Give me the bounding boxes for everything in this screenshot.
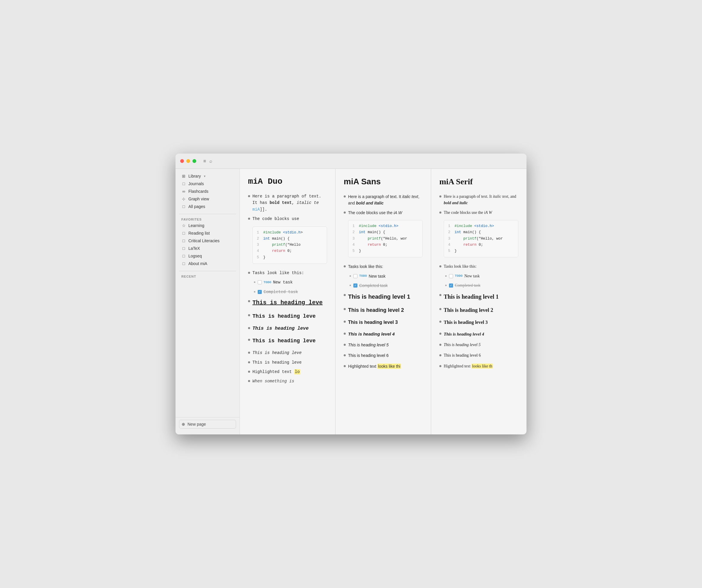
library-label: Library — [189, 174, 201, 179]
task-checked: Completed task — [353, 282, 423, 289]
code-line-2: 2 int main() { — [352, 229, 418, 235]
code-text: } — [455, 248, 457, 254]
line-num: 2 — [257, 236, 260, 242]
heading4-content: This is heading leve — [252, 337, 327, 347]
list-item: The code blocks use the iA W — [439, 210, 518, 216]
bullet-dot — [344, 294, 346, 296]
new-page-button[interactable]: ⊕ New page — [179, 420, 236, 429]
list-item: Here is a paragraph of text. It has bold… — [248, 193, 327, 213]
column-sans-title: miA Sans — [344, 177, 423, 186]
list-item-task1: TODO New task — [248, 279, 327, 285]
bullet-dot — [344, 333, 346, 335]
todo-badge: TODO — [455, 273, 462, 279]
column-duo-title: miA Duo — [248, 177, 327, 186]
checkbox-unchecked[interactable] — [449, 274, 453, 278]
list-item: Here is a paragraph of text. It italic t… — [344, 193, 423, 207]
sidebar-about-label: About miA — [189, 261, 207, 266]
sidebar-item-all-pages[interactable]: □ All pages — [179, 203, 236, 210]
maximize-button[interactable] — [193, 159, 196, 163]
task-unchecked: TODO New task — [353, 273, 423, 279]
list-item-highlight: Highlighted text lo — [248, 369, 327, 375]
sidebar-item-journals[interactable]: □ Journals — [179, 180, 236, 188]
para1-content: Here is a paragraph of text. It has bold… — [252, 193, 327, 213]
heading5-content: This is heading level 5 — [348, 342, 423, 349]
bullet-dot — [439, 365, 441, 367]
sidebar-journals-label: Journals — [189, 182, 204, 186]
code-blocks-text: The code blocks use — [252, 216, 327, 222]
list-item-code: 1 #include <stdio.h> 2 int main() { 3 pr… — [439, 219, 518, 260]
list-item-heading2: This is heading leve — [248, 312, 327, 322]
line-num: 4 — [352, 242, 356, 248]
highlighted-text: looks like th — [471, 364, 493, 369]
reading-list-icon: □ — [181, 231, 186, 235]
keyword-return: return — [272, 249, 285, 253]
sidebar-item-latex[interactable]: □ LaTeX — [179, 245, 236, 252]
checkbox-checked[interactable] — [449, 283, 453, 287]
list-item-highlight: Highlighted text looks like thi — [344, 363, 423, 369]
sidebar-item-library[interactable]: ⊞ Library ▾ — [179, 172, 236, 180]
sidebar-item-about-mia[interactable]: □ About miA — [179, 260, 236, 267]
bullet-dot — [248, 339, 250, 341]
bold-text: bold text — [270, 200, 292, 205]
list-item-code: 1 #include <stdio.h> 2 int main() { 3 pr… — [248, 225, 327, 267]
italic-text: italic text — [493, 194, 508, 199]
sidebar-item-flashcards[interactable]: ∞ Flashcards — [179, 188, 236, 195]
checkbox-unchecked[interactable] — [353, 274, 357, 278]
keyword-int: int — [263, 237, 270, 241]
highlighted-text: lo — [294, 369, 301, 374]
checkbox-unchecked[interactable] — [258, 280, 262, 284]
sidebar-critical-label: Critical Literacies — [189, 238, 220, 243]
code-text: int main() { — [359, 229, 385, 235]
link-text[interactable]: miA — [252, 207, 260, 212]
minimize-button[interactable] — [186, 159, 190, 163]
heading5-content: This is heading level 5 — [444, 342, 518, 349]
search-icon[interactable]: ⌕ — [209, 158, 212, 164]
sidebar-divider-2 — [179, 271, 236, 271]
bullet-dot — [439, 294, 441, 296]
keyword-include: #include — [359, 224, 376, 228]
task-checked: Completed task — [449, 282, 518, 289]
line-num: 3 — [257, 242, 260, 248]
list-item-heading6: This is heading leve — [248, 359, 327, 366]
task2-content: Completed task — [353, 282, 423, 289]
sidebar-item-critical-literacies[interactable]: □ Critical Literacies — [179, 237, 236, 245]
sidebar-divider-1 — [179, 214, 236, 214]
keyword-int: int — [455, 230, 461, 234]
list-item-heading3: This is heading level 3 — [344, 319, 423, 328]
heading-2: This is heading level 2 — [348, 306, 423, 315]
logseq-icon: □ — [181, 254, 186, 258]
sidebar-item-reading-list[interactable]: □ Reading list — [179, 229, 236, 237]
journals-icon: □ — [181, 182, 186, 186]
checkbox-checked[interactable] — [258, 290, 262, 294]
heading-2: This is heading leve — [252, 312, 327, 321]
bullet-dot — [439, 354, 441, 356]
sidebar-item-learning[interactable]: ☆ Learning — [179, 222, 236, 229]
sidebar-item-logseq[interactable]: □ Logseq — [179, 252, 236, 260]
task1-content: TODO New task — [258, 279, 327, 285]
list-item: The code blocks use — [248, 216, 327, 222]
heading-5: This is heading level 5 — [348, 342, 423, 348]
code-text: return 0; — [263, 248, 292, 254]
bullet-dot — [248, 380, 250, 382]
heading-3: This is heading leve — [252, 325, 327, 333]
heading-1: This is heading level 1 — [348, 292, 423, 301]
checkbox-checked[interactable] — [353, 283, 357, 287]
sidebar-item-graph-view[interactable]: ⊹ Graph view — [179, 195, 236, 203]
sidebar-latex-label: LaTeX — [189, 246, 200, 251]
heading1-content: This is heading level 1 — [444, 292, 518, 303]
code-text: #include <stdio.h> — [359, 223, 398, 229]
menu-icon[interactable]: ≡ — [203, 158, 206, 164]
list-item-highlight: Highlighted text looks like th — [439, 363, 518, 369]
close-button[interactable] — [180, 159, 184, 163]
code-line-3: 3 printf("Hello — [257, 242, 323, 248]
sidebar: ⊞ Library ▾ □ Journals ∞ Flashcards ⊹ Gr… — [176, 169, 240, 435]
list-item-tasks-label: Tasks look like this: — [248, 270, 327, 276]
code-line-4: 4 return 0; — [352, 242, 418, 248]
titlebar: ≡ ⌕ — [176, 153, 526, 169]
heading-3: This is heading level 3 — [444, 319, 518, 326]
line-num: 4 — [257, 248, 260, 254]
para1-content: Here is a paragraph of text. It italic t… — [444, 193, 518, 207]
code-block-sans: 1 #include <stdio.h> 2 int main() { 3 pr… — [348, 220, 423, 257]
code-text: } — [263, 254, 265, 261]
italic-text: italic text — [402, 194, 418, 199]
